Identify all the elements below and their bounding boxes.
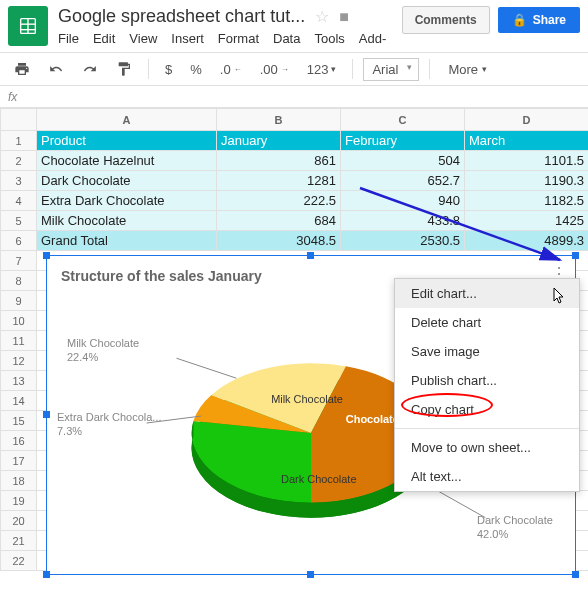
more-button[interactable]: More▾: [440, 58, 495, 81]
select-all-corner[interactable]: [1, 109, 37, 131]
chart-leader-milk: Milk Chocolate22.4%: [67, 336, 139, 365]
row-header[interactable]: 9: [1, 291, 37, 311]
folder-icon[interactable]: ■: [339, 8, 349, 26]
row-header[interactable]: 12: [1, 351, 37, 371]
cell[interactable]: Dark Chocolate: [37, 171, 217, 191]
row-header[interactable]: 13: [1, 371, 37, 391]
chart-leader-dark: Dark Chocolate42.0%: [477, 513, 553, 542]
row-header[interactable]: 14: [1, 391, 37, 411]
row-header[interactable]: 16: [1, 431, 37, 451]
menu-delete-chart[interactable]: Delete chart: [395, 308, 579, 337]
row-header[interactable]: 4: [1, 191, 37, 211]
cell[interactable]: 3048.5: [217, 231, 341, 251]
col-header-a[interactable]: A: [37, 109, 217, 131]
menu-publish-chart[interactable]: Publish chart...: [395, 366, 579, 395]
menu-data[interactable]: Data: [273, 31, 300, 46]
svg-line-5: [177, 358, 237, 378]
menu-move-to-sheet[interactable]: Move to own sheet...: [395, 433, 579, 462]
undo-icon[interactable]: [42, 58, 70, 80]
col-header-d[interactable]: D: [465, 109, 589, 131]
cell[interactable]: 1101.5: [465, 151, 589, 171]
share-label: Share: [533, 13, 566, 27]
row-header[interactable]: 19: [1, 491, 37, 511]
chart-leader-extra: Extra Dark Chocola...7.3%: [57, 410, 162, 439]
cell[interactable]: Extra Dark Chocolate: [37, 191, 217, 211]
row-header[interactable]: 6: [1, 231, 37, 251]
cell[interactable]: February: [341, 131, 465, 151]
cell[interactable]: Product: [37, 131, 217, 151]
currency-button[interactable]: $: [159, 58, 178, 81]
cell[interactable]: Grand Total: [37, 231, 217, 251]
redo-icon[interactable]: [76, 58, 104, 80]
share-button[interactable]: 🔒 Share: [498, 7, 580, 33]
row-header[interactable]: 22: [1, 551, 37, 571]
row-header[interactable]: 18: [1, 471, 37, 491]
row-header[interactable]: 7: [1, 251, 37, 271]
font-select[interactable]: Arial▾: [363, 58, 419, 81]
col-header-c[interactable]: C: [341, 109, 465, 131]
cell[interactable]: 684: [217, 211, 341, 231]
decrease-decimal-button[interactable]: .0←: [214, 58, 248, 81]
menu-view[interactable]: View: [129, 31, 157, 46]
doc-title[interactable]: Google spreadsheet chart tut...: [58, 6, 305, 27]
print-icon[interactable]: [8, 57, 36, 81]
pie-label-dark: Dark Chocolate: [281, 473, 356, 485]
pie-label-milk: Milk Chocolate: [271, 393, 343, 405]
cell[interactable]: 504: [341, 151, 465, 171]
menu-save-image[interactable]: Save image: [395, 337, 579, 366]
row-header[interactable]: 5: [1, 211, 37, 231]
menu-format[interactable]: Format: [218, 31, 259, 46]
row-header[interactable]: 20: [1, 511, 37, 531]
number-format-button[interactable]: 123 ▾: [301, 58, 343, 81]
row-header[interactable]: 15: [1, 411, 37, 431]
cell[interactable]: 222.5: [217, 191, 341, 211]
menu-edit[interactable]: Edit: [93, 31, 115, 46]
svg-line-8: [360, 188, 560, 260]
fx-label: fx: [8, 90, 38, 104]
row-header[interactable]: 11: [1, 331, 37, 351]
row-header[interactable]: 8: [1, 271, 37, 291]
increase-decimal-button[interactable]: .00→: [254, 58, 295, 81]
comments-button[interactable]: Comments: [402, 6, 490, 34]
star-icon[interactable]: ☆: [315, 7, 329, 26]
cell[interactable]: 861: [217, 151, 341, 171]
menu-insert[interactable]: Insert: [171, 31, 204, 46]
pointer-cursor-icon: [548, 286, 568, 312]
percent-button[interactable]: %: [184, 58, 208, 81]
menu-addons[interactable]: Add-: [359, 31, 386, 46]
menu-copy-chart[interactable]: Copy chart: [395, 395, 579, 424]
cell[interactable]: Chocolate Hazelnut: [37, 151, 217, 171]
cell[interactable]: March: [465, 131, 589, 151]
lock-icon: 🔒: [512, 13, 527, 27]
paint-format-icon[interactable]: [110, 57, 138, 81]
col-header-b[interactable]: B: [217, 109, 341, 131]
row-header[interactable]: 3: [1, 171, 37, 191]
cell[interactable]: 1281: [217, 171, 341, 191]
row-header[interactable]: 21: [1, 531, 37, 551]
row-header[interactable]: 2: [1, 151, 37, 171]
cell[interactable]: January: [217, 131, 341, 151]
cell[interactable]: Milk Chocolate: [37, 211, 217, 231]
menu-tools[interactable]: Tools: [314, 31, 344, 46]
sheets-logo[interactable]: [8, 6, 48, 46]
menu-file[interactable]: File: [58, 31, 79, 46]
row-header[interactable]: 10: [1, 311, 37, 331]
menu-alt-text[interactable]: Alt text...: [395, 462, 579, 491]
row-header[interactable]: 1: [1, 131, 37, 151]
row-header[interactable]: 17: [1, 451, 37, 471]
